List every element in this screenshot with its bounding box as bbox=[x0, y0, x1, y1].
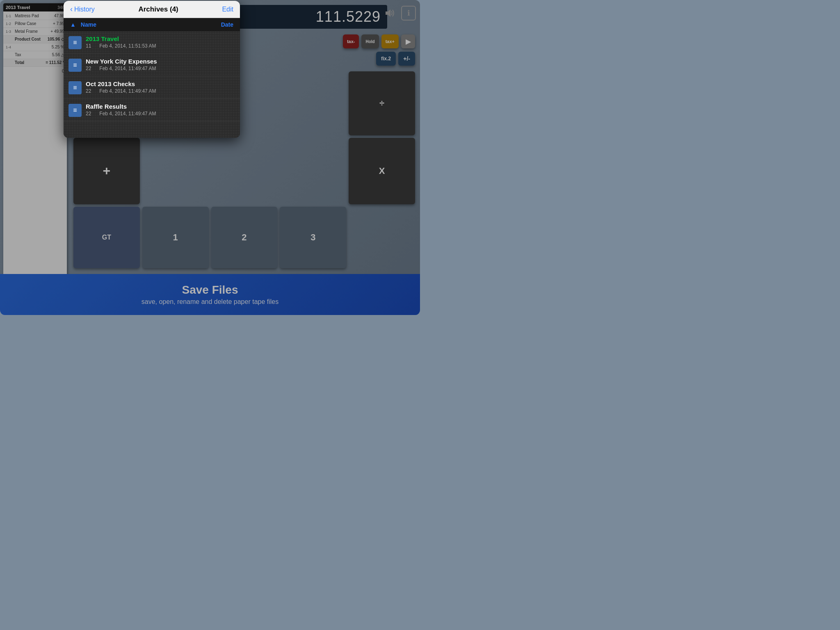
modal-column-headers: ▲ Name Date bbox=[64, 18, 240, 31]
archive-item[interactable]: ≡ 2013 Travel 11 Feb 4, 2014, 11:51:53 A… bbox=[64, 31, 240, 54]
archive-icon: ≡ bbox=[68, 104, 82, 117]
col-date-header[interactable]: Date bbox=[221, 21, 233, 28]
archive-list: ≡ 2013 Travel 11 Feb 4, 2014, 11:51:53 A… bbox=[64, 31, 240, 138]
archive-info: Raffle Results 22 Feb 4, 2014, 11:49:47 … bbox=[86, 103, 235, 116]
archive-name: New York City Expenses bbox=[86, 58, 235, 65]
archive-date: Feb 4, 2014, 11:49:47 AM bbox=[99, 66, 156, 71]
archive-item[interactable]: ≡ New York City Expenses 22 Feb 4, 2014,… bbox=[64, 54, 240, 76]
archive-item[interactable]: ≡ Oct 2013 Checks 22 Feb 4, 2014, 11:49:… bbox=[64, 76, 240, 99]
archive-date: Feb 4, 2014, 11:49:47 AM bbox=[99, 88, 156, 94]
archive-name: Raffle Results bbox=[86, 103, 235, 110]
archive-name: Oct 2013 Checks bbox=[86, 80, 235, 87]
archive-info: 2013 Travel 11 Feb 4, 2014, 11:51:53 AM bbox=[86, 35, 235, 49]
modal-title: Archives (4) bbox=[95, 5, 222, 14]
archive-meta: 22 Feb 4, 2014, 11:49:47 AM bbox=[86, 88, 235, 94]
archive-count: 11 bbox=[86, 43, 91, 49]
back-label: History bbox=[74, 6, 95, 13]
archive-meta: 22 Feb 4, 2014, 11:49:47 AM bbox=[86, 66, 235, 71]
archive-info: Oct 2013 Checks 22 Feb 4, 2014, 11:49:47… bbox=[86, 80, 235, 94]
archive-info: New York City Expenses 22 Feb 4, 2014, 1… bbox=[86, 58, 235, 71]
sort-icon[interactable]: ▲ bbox=[70, 21, 76, 28]
archives-modal: ‹ History Archives (4) Edit ▲ Name Date … bbox=[64, 1, 240, 138]
archive-icon: ≡ bbox=[68, 36, 82, 49]
modal-nav-bar: ‹ History Archives (4) Edit bbox=[64, 1, 240, 18]
modal-overlay: ‹ History Archives (4) Edit ▲ Name Date … bbox=[0, 0, 420, 315]
archive-meta: 22 Feb 4, 2014, 11:49:47 AM bbox=[86, 111, 235, 116]
archive-icon: ≡ bbox=[68, 81, 82, 94]
modal-spacer bbox=[64, 121, 240, 138]
chevron-left-icon: ‹ bbox=[70, 5, 73, 14]
archive-name: 2013 Travel bbox=[86, 35, 235, 42]
archive-count: 22 bbox=[86, 66, 91, 71]
archive-count: 22 bbox=[86, 88, 91, 94]
archive-item[interactable]: ≡ Raffle Results 22 Feb 4, 2014, 11:49:4… bbox=[64, 99, 240, 121]
archive-count: 22 bbox=[86, 111, 91, 116]
back-to-history-button[interactable]: ‹ History bbox=[70, 5, 95, 14]
col-name-header[interactable]: Name bbox=[81, 21, 221, 28]
archive-date: Feb 4, 2014, 11:51:53 AM bbox=[99, 43, 156, 49]
edit-button[interactable]: Edit bbox=[222, 6, 233, 13]
archive-date: Feb 4, 2014, 11:49:47 AM bbox=[99, 111, 156, 116]
archive-icon: ≡ bbox=[68, 59, 82, 72]
archive-meta: 11 Feb 4, 2014, 11:51:53 AM bbox=[86, 43, 235, 49]
